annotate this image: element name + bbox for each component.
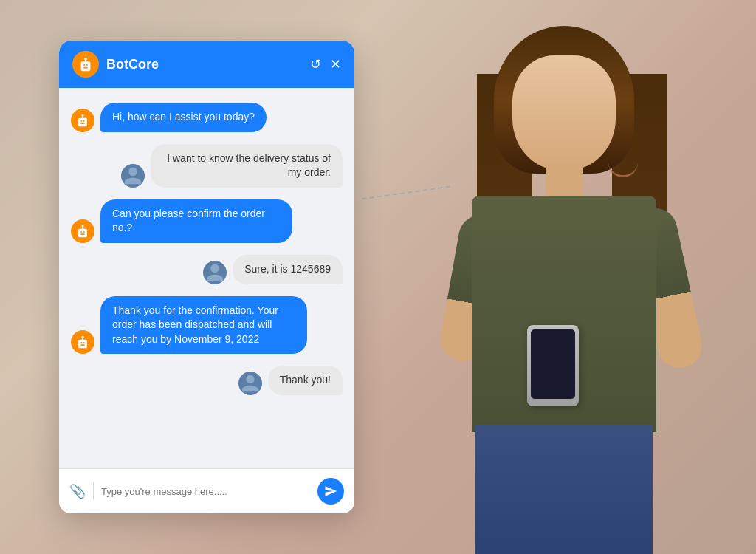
bubble-1: Hi, how can I assist you today? xyxy=(100,103,267,132)
user-icon-2 xyxy=(123,165,143,186)
user-avatar-4 xyxy=(203,261,227,284)
chat-widget: BotCore ↺ ✕ Hi, how can I assist you tod… xyxy=(59,41,354,513)
jeans xyxy=(475,425,653,554)
bot-avatar-header xyxy=(72,51,99,78)
send-button[interactable] xyxy=(317,478,344,505)
chat-title: BotCore xyxy=(106,57,303,72)
header-actions: ↺ ✕ xyxy=(310,56,341,72)
bot-icon xyxy=(78,56,94,72)
bot-msg-icon-3 xyxy=(75,224,90,239)
user-icon-4 xyxy=(205,262,225,283)
chat-messages: Hi, how can I assist you today? I want t… xyxy=(59,88,354,468)
bubble-2: I want to know the delivery status of my… xyxy=(151,144,343,188)
refresh-icon[interactable]: ↺ xyxy=(310,56,321,72)
bot-avatar-5 xyxy=(71,330,94,354)
phone-screen xyxy=(531,329,575,399)
bot-msg-icon-5 xyxy=(75,335,90,349)
phone xyxy=(527,325,579,406)
bubble-3: Can you please confirm the order no.? xyxy=(100,199,292,243)
bot-avatar-1 xyxy=(71,109,94,132)
message-row-1: Hi, how can I assist you today? xyxy=(71,103,343,132)
message-row-4: Sure, it is 1245689 xyxy=(71,255,343,284)
collapse-icon[interactable]: ✕ xyxy=(330,56,341,72)
bot-avatar-3 xyxy=(71,219,94,243)
user-avatar-2 xyxy=(121,164,145,188)
message-row-2: I want to know the delivery status of my… xyxy=(71,144,343,188)
message-row-6: Thank you! xyxy=(71,366,343,395)
neck xyxy=(546,163,583,199)
message-row-3: Can you please confirm the order no.? xyxy=(71,199,343,243)
bubble-6: Thank you! xyxy=(268,366,343,395)
message-input[interactable] xyxy=(101,486,310,497)
bubble-4: Sure, it is 1245689 xyxy=(233,255,343,284)
person-figure xyxy=(431,15,712,547)
send-icon xyxy=(324,485,337,498)
person-background xyxy=(328,0,756,554)
chat-header: BotCore ↺ ✕ xyxy=(59,41,354,88)
user-avatar-6 xyxy=(238,372,262,395)
user-icon-6 xyxy=(240,373,261,394)
face xyxy=(512,55,616,170)
message-row-5: Thank you for the confirmation. Your ord… xyxy=(71,296,343,355)
input-divider xyxy=(93,482,94,500)
attach-icon[interactable]: 📎 xyxy=(69,483,86,499)
bubble-5: Thank you for the confirmation. Your ord… xyxy=(100,296,307,355)
bot-msg-icon-1 xyxy=(75,113,90,128)
chat-input-area: 📎 xyxy=(59,468,354,513)
